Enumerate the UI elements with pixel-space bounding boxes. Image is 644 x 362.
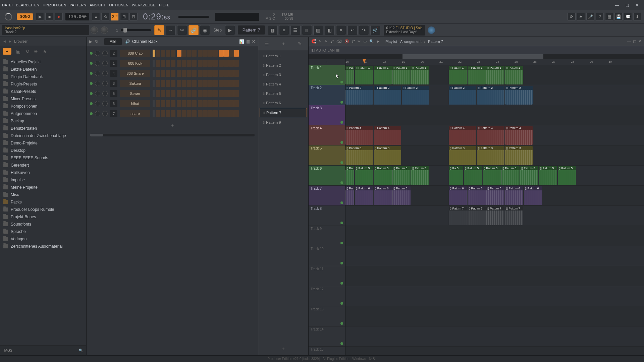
pl-lane-icon[interactable]: LAN xyxy=(327,48,334,52)
pl-slice-icon[interactable]: ✂ xyxy=(358,39,361,44)
pattern-clip[interactable]: ▯ Pat..rn 1 xyxy=(486,66,504,84)
menu-bearbeiten[interactable]: BEARBEITEN xyxy=(16,3,40,7)
track-header[interactable]: Track 8 xyxy=(309,206,345,226)
step-cell[interactable] xyxy=(182,100,186,107)
step-cell[interactable] xyxy=(156,70,160,77)
step-cell[interactable] xyxy=(224,60,229,67)
step-cell[interactable] xyxy=(187,60,192,67)
picker-list-icon[interactable]: ☰ xyxy=(265,41,269,46)
track-add-button[interactable]: + xyxy=(309,59,345,65)
pl-arrange-icon[interactable]: ◧ xyxy=(311,48,315,52)
save-button[interactable]: 💾 xyxy=(614,13,623,21)
pattern-clip[interactable]: ▯ Pattern 2 xyxy=(345,86,373,105)
wait-input-button[interactable]: ⟲ xyxy=(101,13,109,21)
pl-pencil-icon[interactable]: ✎ xyxy=(324,39,327,44)
pattern-clip[interactable]: ▯ Pattern 3 xyxy=(345,146,373,165)
pattern-clip[interactable]: ▯ Pattern 4 xyxy=(477,126,504,145)
track-header[interactable]: Track 11 xyxy=(309,266,345,286)
playlist-lane[interactable] xyxy=(345,246,644,266)
browser-item[interactable]: Letzte Dateien xyxy=(0,66,86,73)
pattern-clip[interactable]: ▯ Pat..rn 7 xyxy=(505,206,523,225)
pl-slip-icon[interactable]: ⇄ xyxy=(352,39,355,44)
main-pitch-knob[interactable] xyxy=(101,26,108,34)
channel-number[interactable]: 3 xyxy=(110,80,117,87)
channel-number[interactable]: 7 xyxy=(110,110,117,117)
pattern-clip[interactable]: ▯ Pattern 2 xyxy=(449,86,476,105)
step-cell[interactable] xyxy=(229,110,234,117)
track-header[interactable]: Track 12 xyxy=(309,286,345,306)
menu-optionen[interactable]: OPTIONEN xyxy=(109,3,128,7)
step-cell[interactable] xyxy=(219,60,224,67)
paint-tool-button[interactable]: → xyxy=(166,25,176,35)
track-header[interactable]: Track 4 xyxy=(309,125,345,145)
step-cell[interactable] xyxy=(234,50,239,57)
pl-brush-icon[interactable]: 🖌 xyxy=(330,40,334,44)
channel-number[interactable]: 4 xyxy=(110,70,117,77)
pattern-clip[interactable]: ▯ Pat..rn 6 xyxy=(449,186,467,205)
step-cell[interactable] xyxy=(229,90,234,97)
track-mute-led[interactable] xyxy=(340,201,343,204)
step-cell[interactable] xyxy=(192,50,197,57)
draw-tool-button[interactable]: ✎ xyxy=(154,25,164,35)
step-cell[interactable] xyxy=(208,60,213,67)
step-cell[interactable] xyxy=(182,50,186,57)
pattern-item[interactable]: Pattern 2 xyxy=(260,61,307,70)
step-cell[interactable] xyxy=(187,80,192,87)
pattern-item[interactable]: Pattern 4 xyxy=(260,80,307,88)
browser-item[interactable]: Projekt-Bones xyxy=(0,213,86,221)
browser-back-icon[interactable]: ◄ xyxy=(3,39,6,43)
step-cell[interactable] xyxy=(161,100,165,107)
step-cell[interactable] xyxy=(198,90,203,97)
globe-icon[interactable] xyxy=(428,26,435,34)
step-cell[interactable] xyxy=(229,60,234,67)
browser-tags-label[interactable]: TAGS xyxy=(3,349,12,352)
pattern-clip[interactable]: ▯ Pattern 2 xyxy=(477,86,504,105)
channel-mute-led[interactable] xyxy=(90,62,93,65)
step-cell[interactable] xyxy=(198,70,203,77)
step-cell[interactable] xyxy=(171,60,175,67)
menu-pattern[interactable]: PATTERN xyxy=(70,3,87,7)
channel-vol-knob[interactable] xyxy=(102,71,108,76)
browser-item[interactable]: Misc xyxy=(0,191,86,198)
browser-item[interactable]: Plugin-Presets xyxy=(0,80,86,88)
channel-number[interactable]: 5 xyxy=(110,90,117,97)
channel-name-button[interactable]: snare xyxy=(120,110,150,117)
tool-shop-button[interactable]: 🛒 xyxy=(370,25,380,35)
step-cell[interactable] xyxy=(177,70,181,77)
step-cell[interactable] xyxy=(166,60,170,67)
step-cell[interactable] xyxy=(192,70,197,77)
step-cell[interactable] xyxy=(234,60,239,67)
channel-mute-led[interactable] xyxy=(90,82,93,85)
channel-number[interactable]: 6 xyxy=(110,100,117,107)
step-cell[interactable] xyxy=(208,100,213,107)
browser-item[interactable]: Desktop xyxy=(0,147,86,154)
step-cell[interactable] xyxy=(213,100,218,107)
mic-button[interactable]: 🎤 xyxy=(586,13,594,21)
step-play-button[interactable]: ▶ xyxy=(225,25,235,35)
step-cell[interactable] xyxy=(171,50,175,57)
feedback-button[interactable]: 💬 xyxy=(624,13,632,21)
channel-close-icon[interactable]: ✕ xyxy=(252,39,255,44)
step-cell[interactable] xyxy=(177,60,181,67)
step-cell[interactable] xyxy=(198,60,203,67)
track-mute-led[interactable] xyxy=(340,81,343,83)
channel-scrollbar[interactable] xyxy=(90,134,255,136)
step-cell[interactable] xyxy=(208,80,213,87)
step-cell[interactable] xyxy=(171,100,175,107)
pattern-clip[interactable]: ▯ Pat..rn 6 xyxy=(468,186,486,205)
pl-zoom-icon[interactable]: 🔍 xyxy=(369,39,374,44)
step-cell[interactable] xyxy=(198,80,203,87)
view-browser-button[interactable]: ▤ xyxy=(313,25,323,35)
menu-datei[interactable]: DATEI xyxy=(2,3,13,7)
overdub-button[interactable]: ⊞ xyxy=(120,13,128,21)
step-cell[interactable] xyxy=(224,80,229,87)
track-header[interactable]: Track 9 xyxy=(309,226,345,246)
step-cell[interactable] xyxy=(177,110,181,117)
channel-mute-led[interactable] xyxy=(90,52,93,55)
channel-repeat-icon[interactable]: ↻ xyxy=(95,39,98,44)
song-mode-button[interactable]: SONG xyxy=(17,13,33,20)
browser-item[interactable]: Gerendert xyxy=(0,162,86,169)
track-header[interactable]: Track 15 xyxy=(309,347,345,355)
browser-item[interactable]: Vorlagen xyxy=(0,235,86,243)
step-cell[interactable] xyxy=(192,90,197,97)
